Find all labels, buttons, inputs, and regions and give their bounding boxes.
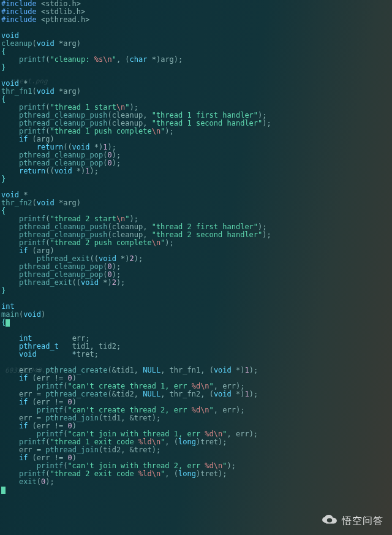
code-token [1,151,19,159]
code-token: 0 [107,270,111,279]
code-token: , [143,222,151,231]
code-token: return [19,167,45,175]
code-token: (( [72,278,81,287]
code-token: ( [45,127,50,135]
code-token: %d\n [205,461,222,470]
code-token: *) [147,55,160,64]
code-token: \n [116,103,125,112]
code-token: , [134,390,143,398]
code-token: * [55,199,63,207]
code-token: ); [152,446,160,454]
code-token: ( [28,398,36,406]
code-token: ); [112,159,121,167]
code-token: err [37,453,50,462]
code-token: exit [19,477,37,486]
code-token: thr_fn2 [1,199,32,207]
code-token [1,278,19,287]
code-token: "thread 2 push complete [50,238,152,247]
code-token: tid2 [116,390,134,398]
code-token: #include [1,15,37,24]
code-token: "thread 1 push complete [50,127,152,135]
code-token: *) [232,366,245,374]
code-token: " [125,103,129,112]
code-token: err [19,446,32,454]
code-token: cleanup [112,222,143,231]
code-token: ) [41,310,45,319]
code-token: ( [45,438,50,446]
code-token: , [90,342,99,351]
code-token: ( [32,87,37,96]
code-token: ); [112,270,121,279]
code-token: void [214,366,232,374]
code-token: ); [130,214,138,223]
code-token: int [1,302,15,311]
code-token: "thread 2 start [50,214,116,223]
code-token [1,135,19,143]
code-token: , ( [200,390,214,398]
code-token: (( [45,167,54,175]
code-token: (& [107,366,116,374]
code-token: ( [45,238,50,247]
code-token: } [1,63,6,72]
code-token: ); [258,222,266,231]
code-token: ( [28,374,36,382]
code-token: ( [45,55,50,64]
code-token: * [19,191,28,199]
code-token: pthread_cleanup_pop [19,151,103,159]
code-token: ( [107,222,111,231]
code-token: != [50,422,68,430]
code-token: <pthread.h> [37,15,90,24]
code-token [1,350,19,359]
code-token: return [37,143,63,151]
code-token: ); [130,103,138,112]
code-token: ( [107,119,111,127]
code-token: , [214,406,222,414]
code-token [1,390,19,398]
code-token: if [19,246,28,255]
code-token: ); [165,127,173,135]
code-token: ); [218,438,227,446]
code-token [1,270,19,279]
code-token: "cleanup: [50,55,94,64]
code-token: (( [90,254,99,263]
code-token: \n [116,214,125,223]
code-token: ); [227,461,236,470]
code-token: if [19,422,28,430]
code-token: "can't create thread 1, err [67,382,191,390]
code-token [1,461,37,470]
code-token: ; [94,350,99,359]
code-token: void [72,143,90,151]
code-token: void [1,79,19,88]
code-token: "thread 2 first handler" [152,222,258,231]
code-token: %ld\n [138,438,160,446]
code-token: tid1 [103,414,121,422]
code-token: ; [85,334,89,343]
code-token: pthread_cleanup_push [19,230,108,239]
code-token: %d\n [192,406,209,414]
code-token [1,398,19,406]
code-token: ); [218,469,227,478]
code-token: void [81,278,99,287]
code-token [1,358,10,366]
code-token [1,334,19,343]
code-token: "thread 1 start [50,103,116,112]
code-token: printf [19,55,45,64]
code-token: ( [28,422,36,430]
code-token [1,230,19,239]
code-token: , [134,366,143,374]
code-token: ( [28,246,36,255]
code-token: pthread_cleanup_push [19,111,108,120]
code-token [1,469,19,478]
code-token: } [1,175,6,183]
code-token: " [209,382,214,390]
code-token: tid1 [72,342,90,351]
code-token: pthread_cleanup_pop [19,262,103,271]
code-token: void [55,167,72,175]
code-token: { [1,318,6,327]
code-token: { [1,207,6,215]
code-token: err [72,334,86,343]
code-token: <stdlib.h> [37,7,85,16]
code-token: 2 [112,278,116,287]
code-token: ); [258,111,266,120]
code-token: pthread_exit [19,278,72,287]
